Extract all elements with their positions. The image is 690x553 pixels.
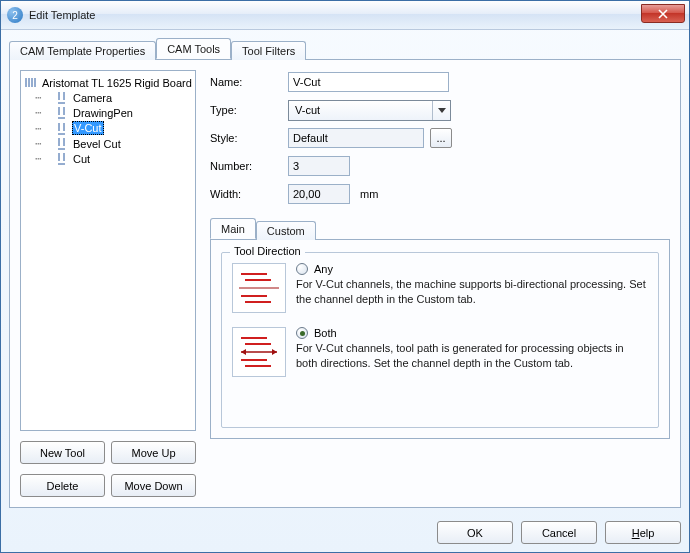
- titlebar[interactable]: 2 Edit Template: [1, 1, 689, 30]
- tool-tree[interactable]: Aristomat TL 1625 Rigid Board ⋯ Camera ⋯: [20, 70, 196, 431]
- tool-icon: [55, 137, 68, 150]
- tree-item-camera[interactable]: ⋯ Camera: [33, 90, 193, 105]
- chevron-down-icon: [432, 101, 450, 120]
- tree-item-vcut[interactable]: ⋯ V-Cut: [33, 120, 193, 136]
- type-select[interactable]: V-cut: [288, 100, 451, 121]
- style-label: Style:: [210, 132, 288, 144]
- option-any-desc: For V-Cut channels, the machine supports…: [296, 277, 648, 307]
- number-input: [288, 156, 350, 176]
- tab-panel: Aristomat TL 1625 Rigid Board ⋯ Camera ⋯: [9, 59, 681, 508]
- number-label: Number:: [210, 160, 288, 172]
- width-unit: mm: [360, 188, 378, 200]
- name-label: Name:: [210, 76, 288, 88]
- main-tabs: CAM Template Properties CAM Tools Tool F…: [9, 37, 681, 59]
- subtab-main[interactable]: Main: [210, 218, 256, 239]
- tree-item-drawingpen[interactable]: ⋯ DrawingPen: [33, 105, 193, 120]
- radio-any-label: Any: [314, 263, 333, 275]
- delete-button[interactable]: Delete: [20, 474, 105, 497]
- option-both-desc: For V-Cut channels, tool path is generat…: [296, 341, 648, 371]
- tree-item-cut[interactable]: ⋯ Cut: [33, 151, 193, 166]
- sub-tabs: Main Custom: [210, 218, 670, 239]
- tool-icon: [55, 152, 68, 165]
- left-column: Aristomat TL 1625 Rigid Board ⋯ Camera ⋯: [20, 70, 196, 497]
- tree-item-bevelcut[interactable]: ⋯ Bevel Cut: [33, 136, 193, 151]
- thumb-both-icon: [232, 327, 286, 377]
- cancel-button[interactable]: Cancel: [521, 521, 597, 544]
- help-rest: elp: [640, 527, 655, 539]
- style-input[interactable]: [288, 128, 424, 148]
- move-up-button[interactable]: Move Up: [111, 441, 196, 464]
- window-title: Edit Template: [29, 9, 95, 21]
- fieldset-legend: Tool Direction: [230, 245, 305, 257]
- move-down-button[interactable]: Move Down: [111, 474, 196, 497]
- right-column: Name: Type: V-cut Style: ...: [196, 70, 670, 497]
- dialog-footer: OK Cancel Help: [437, 511, 681, 544]
- radio-any[interactable]: [296, 263, 308, 275]
- style-browse-button[interactable]: ...: [430, 128, 452, 148]
- tab-cam-template-properties[interactable]: CAM Template Properties: [9, 41, 156, 60]
- name-input[interactable]: [288, 72, 449, 92]
- device-icon: [25, 76, 38, 89]
- width-input: [288, 184, 350, 204]
- option-any: Any For V-Cut channels, the machine supp…: [232, 263, 648, 313]
- tab-cam-tools[interactable]: CAM Tools: [156, 38, 231, 59]
- close-button[interactable]: [641, 4, 685, 23]
- option-both: Both For V-Cut channels, tool path is ge…: [232, 327, 648, 377]
- tab-tool-filters[interactable]: Tool Filters: [231, 41, 306, 60]
- subtab-custom[interactable]: Custom: [256, 221, 316, 240]
- tool-icon: [55, 91, 68, 104]
- dialog-window: 2 Edit Template CAM Template Properties …: [0, 0, 690, 553]
- width-label: Width:: [210, 188, 288, 200]
- new-tool-button[interactable]: New Tool: [20, 441, 105, 464]
- close-icon: [657, 9, 669, 19]
- tool-direction-fieldset: Tool Direction: [221, 252, 659, 428]
- help-button[interactable]: Help: [605, 521, 681, 544]
- tool-icon: [55, 106, 68, 119]
- type-label: Type:: [210, 104, 288, 116]
- sub-panel: Tool Direction: [210, 239, 670, 439]
- radio-both-label: Both: [314, 327, 337, 339]
- dialog-content: CAM Template Properties CAM Tools Tool F…: [9, 37, 681, 544]
- ok-button[interactable]: OK: [437, 521, 513, 544]
- app-icon: 2: [7, 7, 23, 23]
- radio-both[interactable]: [296, 327, 308, 339]
- tool-icon: [55, 122, 68, 135]
- thumb-any-icon: [232, 263, 286, 313]
- tree-root[interactable]: Aristomat TL 1625 Rigid Board: [23, 75, 193, 90]
